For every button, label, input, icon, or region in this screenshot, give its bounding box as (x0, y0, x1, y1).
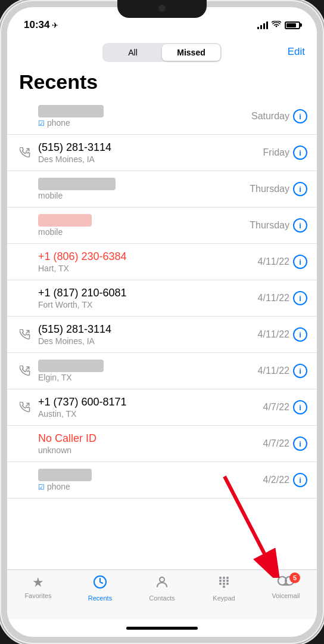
call-subtitle-10: unknown (38, 445, 263, 455)
call-item-1[interactable]: ☑ phone Saturday i (7, 98, 317, 135)
keypad-icon (217, 575, 231, 593)
info-btn-5[interactable]: i (293, 255, 307, 269)
voicemail-badge-container: 5 (278, 575, 294, 590)
call-name-5: +1 (806) 230-6384 (38, 250, 258, 263)
tab-favorites[interactable]: ★ Favorites (7, 575, 69, 599)
info-btn-7[interactable]: i (293, 327, 307, 342)
call-item-3[interactable]: mobile Thursday i (7, 171, 317, 208)
screen: 10:34 ✈ (7, 7, 317, 637)
call-subtitle-4: mobile (38, 227, 250, 237)
contacts-label: Contacts (149, 595, 175, 602)
tab-all[interactable]: All (104, 44, 162, 61)
call-meta-9: 4/7/22 i (263, 400, 307, 414)
call-item-5[interactable]: +1 (806) 230-6384 Hart, TX 4/11/22 i (7, 244, 317, 280)
blurred-name-8 (38, 360, 104, 372)
voicemail-icon: 5 (278, 575, 294, 590)
call-item-6[interactable]: +1 (817) 210-6081 Fort Worth, TX 4/11/22… (7, 280, 317, 317)
call-meta-10: 4/7/22 i (263, 436, 307, 451)
call-item-9[interactable]: +1 (737) 600-8171 Austin, TX 4/7/22 i (7, 389, 317, 426)
page-title: Recents (7, 67, 317, 98)
call-subtitle-5: Hart, TX (38, 264, 258, 273)
info-btn-3[interactable]: i (293, 182, 307, 196)
call-meta-11: 4/2/22 i (263, 473, 307, 487)
svg-line-1 (26, 330, 29, 333)
info-btn-11[interactable]: i (293, 473, 307, 487)
info-btn-4[interactable]: i (293, 218, 307, 233)
favorites-label: Favorites (24, 592, 51, 599)
info-btn-6[interactable]: i (293, 291, 307, 305)
call-item-10[interactable]: No Caller ID unknown 4/7/22 i (7, 426, 317, 462)
call-name-10: No Caller ID (38, 432, 263, 445)
call-item-2[interactable]: (515) 281-3114 Des Moines, IA Friday i (7, 135, 317, 171)
call-date-8: 4/11/22 (258, 366, 289, 376)
call-date-4: Thursday (250, 220, 289, 231)
tab-keypad[interactable]: Keypad (193, 575, 255, 602)
call-meta-1: Saturday i (251, 109, 307, 123)
svg-point-8 (219, 577, 222, 579)
svg-point-7 (160, 577, 164, 582)
info-btn-10[interactable]: i (293, 436, 307, 451)
svg-point-12 (223, 580, 225, 582)
call-name-3 (38, 178, 250, 190)
signal-icon (257, 21, 268, 29)
tab-missed[interactable]: Missed (162, 44, 220, 61)
call-info-9: +1 (737) 600-8171 Austin, TX (38, 396, 263, 419)
voicemail-badge: 5 (289, 572, 300, 583)
call-item-8[interactable]: Elgin, TX 4/11/22 i (7, 353, 317, 389)
status-time: 10:34 (24, 19, 49, 31)
tab-recents[interactable]: Recents (69, 575, 131, 602)
recents-icon (93, 575, 107, 593)
svg-point-10 (226, 577, 229, 579)
battery-icon (285, 21, 300, 29)
call-subtitle-3: mobile (38, 191, 250, 200)
call-item-7[interactable]: (515) 281-3114 Des Moines, IA 4/11/22 i (7, 317, 317, 353)
home-indicator (7, 619, 317, 637)
keypad-label: Keypad (213, 595, 235, 602)
phone-frame: 10:34 ✈ (0, 0, 324, 644)
call-date-2: Friday (263, 147, 289, 158)
notch (117, 0, 207, 18)
call-icon-2 (17, 147, 33, 158)
tab-bar: ★ Favorites Recents (7, 569, 317, 619)
call-info-3: mobile (38, 178, 250, 200)
call-info-6: +1 (817) 210-6081 Fort Worth, TX (38, 287, 258, 309)
call-item-4[interactable]: mobile Thursday i (7, 208, 317, 244)
call-info-8: Elgin, TX (38, 360, 258, 382)
call-meta-5: 4/11/22 i (258, 255, 307, 269)
call-subtitle-8: Elgin, TX (38, 373, 258, 382)
call-meta-6: 4/11/22 i (258, 291, 307, 305)
edit-button[interactable]: Edit (288, 46, 305, 58)
call-date-11: 4/2/22 (263, 475, 289, 485)
svg-line-0 (26, 148, 29, 151)
svg-point-15 (223, 583, 225, 585)
call-name-7: (515) 281-3114 (38, 323, 258, 336)
call-item-11[interactable]: ☑ phone 4/2/22 i (7, 462, 317, 499)
blurred-name-3 (38, 178, 116, 190)
blurred-name-1 (38, 105, 104, 117)
info-btn-8[interactable]: i (293, 364, 307, 378)
call-subtitle-2: Des Moines, IA (38, 154, 263, 164)
tab-voicemail[interactable]: 5 Voicemail (255, 575, 317, 599)
call-date-10: 4/7/22 (263, 438, 289, 449)
info-btn-2[interactable]: i (293, 145, 307, 160)
call-subtitle-6: Fort Worth, TX (38, 300, 258, 309)
favorites-icon: ★ (32, 575, 44, 590)
call-icon-8 (17, 366, 33, 376)
call-info-1: ☑ phone (38, 105, 251, 128)
tab-contacts[interactable]: Contacts (131, 575, 193, 602)
call-date-6: 4/11/22 (258, 293, 289, 304)
info-btn-1[interactable]: i (293, 109, 307, 123)
call-date-1: Saturday (251, 111, 289, 122)
call-info-7: (515) 281-3114 Des Moines, IA (38, 323, 258, 346)
segment-bar: All Missed Edit (7, 37, 317, 67)
status-icons (257, 20, 300, 30)
svg-point-9 (223, 577, 225, 579)
call-subtitle-9: Austin, TX (38, 409, 263, 419)
camera-dot (158, 5, 166, 12)
svg-point-13 (226, 580, 229, 582)
call-name-2: (515) 281-3114 (38, 141, 263, 154)
svg-line-3 (26, 403, 29, 406)
call-icon-7 (17, 329, 33, 340)
info-btn-9[interactable]: i (293, 400, 307, 414)
blurred-name-11 (38, 469, 92, 481)
